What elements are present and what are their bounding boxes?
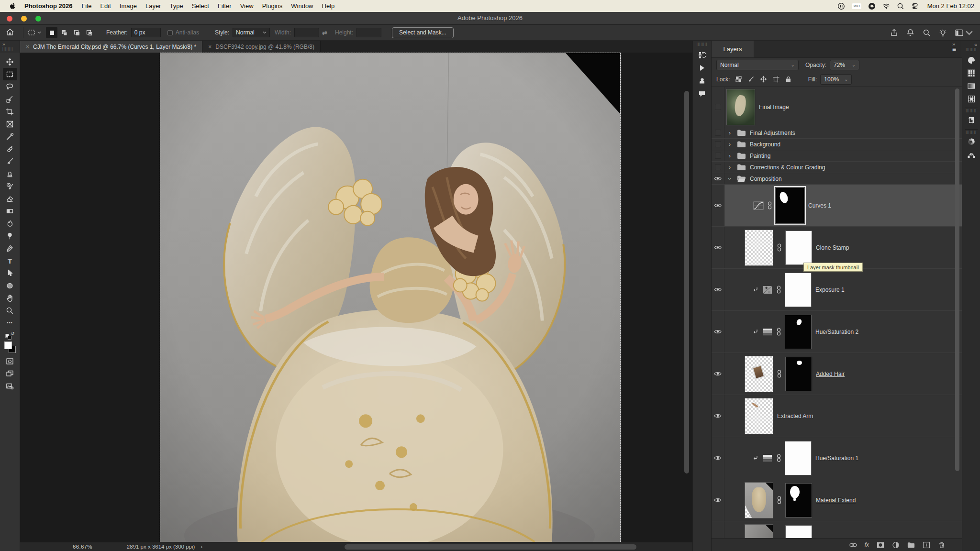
canvas-vertical-scrollbar[interactable] [684, 91, 689, 474]
width-input[interactable] [294, 28, 319, 37]
mask-link-icon[interactable] [777, 328, 781, 336]
mask-link-icon[interactable] [777, 496, 781, 504]
swap-colors-icon[interactable]: ↺ [5, 332, 15, 340]
history-brush-tool[interactable] [3, 180, 17, 192]
shape-tool[interactable] [3, 279, 17, 292]
visibility-toggle[interactable] [712, 353, 724, 395]
intersect-selection-mode[interactable] [83, 27, 95, 38]
panel-menu-icon[interactable]: ≡ [952, 47, 956, 51]
object-selection-tool[interactable] [3, 93, 17, 105]
history-panel-icon[interactable] [695, 48, 709, 61]
delete-layer-icon[interactable] [938, 541, 946, 549]
pen-tool[interactable] [3, 242, 17, 254]
menu-layer[interactable]: Layer [141, 2, 166, 10]
patterns-panel-icon[interactable] [964, 92, 979, 105]
visibility-toggle[interactable] [712, 269, 724, 310]
actions-panel-icon[interactable] [695, 61, 709, 74]
frame-tool[interactable] [3, 118, 17, 130]
disclosure-icon[interactable]: › [726, 164, 733, 171]
layer-thumbnail[interactable] [745, 524, 773, 539]
disclosure-icon[interactable]: › [726, 141, 733, 148]
close-icon[interactable]: × [26, 44, 29, 50]
menu-select[interactable]: Select [188, 2, 213, 10]
layer-mask-thumbnail[interactable] [776, 187, 804, 224]
eraser-tool[interactable] [3, 192, 17, 205]
curves-adjustment-icon[interactable] [753, 201, 764, 210]
apple-menu-icon[interactable] [9, 2, 16, 10]
layer-row-hue-saturation-2[interactable]: Hue/Saturation 2 [712, 311, 962, 353]
layer-group-painting[interactable]: › Painting [712, 150, 962, 162]
zoom-tool[interactable] [3, 304, 17, 317]
select-and-mask-button[interactable]: Select and Mask... [392, 27, 454, 38]
layer-name[interactable]: Extracted Arm [777, 413, 813, 419]
menu-plugins[interactable]: Plugins [258, 2, 287, 10]
lock-position-icon[interactable] [760, 76, 767, 83]
new-selection-mode[interactable] [46, 27, 57, 38]
dodge-tool[interactable] [3, 230, 17, 242]
style-select[interactable]: Normal [233, 28, 270, 37]
layer-group-final-adjustments[interactable]: › Final Adjustments [712, 127, 962, 139]
panel-grip[interactable]: |||||||| [966, 47, 977, 51]
visibility-toggle[interactable] [712, 139, 724, 150]
paths-panel-icon[interactable] [964, 148, 979, 161]
close-icon[interactable]: × [208, 44, 212, 50]
lock-transparency-icon[interactable] [735, 76, 742, 83]
layer-name[interactable]: Clone Stamp [816, 244, 849, 251]
layer-row-hue-saturation-1[interactable]: Hue/Saturation 1 [712, 437, 962, 479]
menu-window[interactable]: Window [287, 2, 317, 10]
visibility-toggle[interactable] [712, 185, 724, 226]
disclosure-icon[interactable]: › [726, 153, 733, 159]
gradients-panel-icon[interactable] [964, 79, 979, 92]
mask-link-icon[interactable] [777, 243, 781, 252]
panel-grip[interactable]: |||||||| [697, 42, 708, 45]
layer-style-fx-icon[interactable]: fx [865, 541, 869, 548]
quick-mask-icon[interactable] [3, 355, 17, 367]
opacity-select[interactable]: 72%⌄ [830, 60, 859, 70]
visibility-toggle[interactable] [712, 521, 724, 538]
color-wheel-panel-icon[interactable] [964, 135, 979, 148]
feather-input[interactable]: 0 px [131, 28, 161, 37]
layer-group-composition[interactable]: › Composition [712, 173, 962, 185]
notes-panel-icon[interactable] [695, 87, 709, 100]
document-canvas[interactable] [160, 53, 621, 542]
gradient-tool[interactable] [3, 205, 17, 217]
canvas-area[interactable]: 66.67% 2891 px x 3614 px (300 ppi) › [20, 53, 692, 551]
document-tab-active[interactable]: × CJM The Emerald City.psd @ 66.7% (Curv… [20, 41, 202, 53]
creative-cloud-icon[interactable] [868, 2, 876, 10]
layer-name[interactable]: Exposure 1 [815, 287, 845, 293]
layer-thumbnail[interactable] [745, 356, 773, 392]
layer-name[interactable]: Added Hair [816, 371, 845, 377]
layer-row-curves-1[interactable]: Curves 1 [712, 185, 962, 227]
lock-pixels-icon[interactable] [747, 76, 755, 83]
control-center-icon[interactable] [911, 2, 919, 10]
disclosure-open-icon[interactable]: › [726, 176, 733, 182]
group-name[interactable]: Final Adjustments [750, 130, 795, 136]
toolbar-collapse[interactable]: »|||||||| [0, 41, 20, 53]
tab-layers[interactable]: Layers [712, 41, 754, 57]
layer-name[interactable]: Final Image [759, 104, 789, 110]
mask-link-icon[interactable] [777, 370, 781, 378]
mask-link-icon[interactable] [777, 454, 781, 462]
visibility-toggle[interactable] [712, 227, 724, 268]
add-mask-icon[interactable] [877, 541, 884, 549]
layer-thumbnail[interactable] [745, 398, 773, 434]
layer-mask-thumbnail[interactable] [785, 525, 812, 539]
zoom-level[interactable]: 66.67% [73, 544, 92, 550]
discover-lightbulb-icon[interactable] [939, 29, 947, 37]
libraries-panel-icon[interactable] [964, 114, 979, 127]
layer-row-exposure-1[interactable]: Exposure 1 [712, 269, 962, 311]
lock-artboard-icon[interactable] [772, 76, 780, 83]
layer-mask-thumbnail[interactable] [785, 273, 812, 307]
panel-expand-icon[interactable]: « [974, 42, 977, 47]
lasso-tool[interactable] [3, 80, 17, 93]
menu-app-name[interactable]: Photoshop 2026 [24, 2, 72, 10]
group-name[interactable]: Composition [750, 176, 782, 182]
layer-mask-thumbnail[interactable] [785, 357, 812, 391]
visibility-toggle[interactable] [712, 150, 724, 161]
blend-mode-select[interactable]: Normal⌄ [716, 60, 799, 70]
hue-saturation-adjustment-icon[interactable] [762, 454, 773, 463]
group-name[interactable]: Background [750, 141, 780, 148]
layer-name[interactable]: Hue/Saturation 1 [815, 455, 858, 462]
swap-dimensions-icon[interactable]: ⇄ [322, 29, 327, 36]
layer-thumbnail[interactable] [745, 230, 773, 266]
